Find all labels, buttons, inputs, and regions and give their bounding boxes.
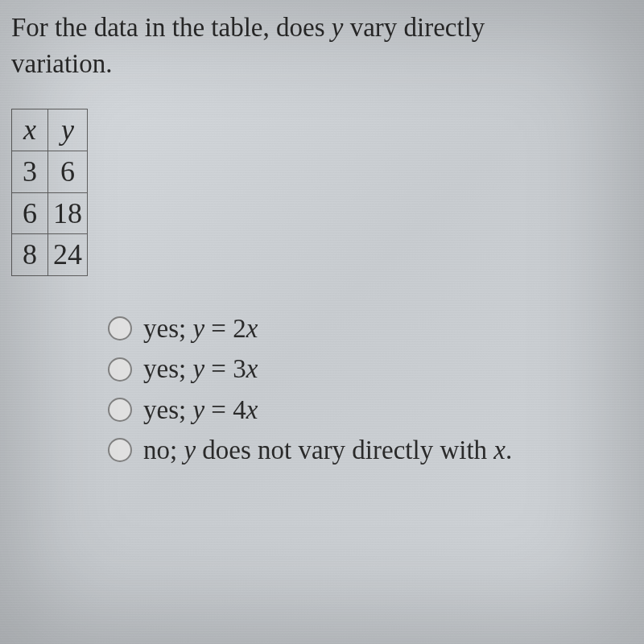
cell-x: 6 [12,192,48,234]
option-d-label: no; y does not vary directly with x. [143,431,512,469]
table-row: 6 18 [12,192,88,234]
option-c[interactable]: yes; y = 4x [108,391,644,428]
header-y: y [48,109,88,151]
radio-icon [108,357,132,382]
option-b-label: yes; y = 3x [143,350,258,387]
cell-y: 6 [48,151,88,192]
radio-icon [108,398,132,422]
table-header-row: x y [12,109,88,151]
cell-x: 8 [12,234,48,276]
question-var-y: y [332,13,344,42]
question-line1-prefix: For the data in the table, does [11,13,332,42]
table-row: 8 24 [12,234,88,276]
data-table: x y 3 6 6 18 8 24 [11,109,88,276]
question-line2: variation. [11,49,113,78]
header-x: x [12,109,48,151]
option-b[interactable]: yes; y = 3x [108,350,644,387]
radio-icon [108,316,132,341]
radio-icon [108,438,132,462]
cell-x: 3 [12,151,48,192]
question-line1-suffix: vary directly [343,13,485,42]
option-d[interactable]: no; y does not vary directly with x. [108,431,644,469]
option-c-label: yes; y = 4x [143,391,258,428]
cell-y: 18 [48,192,88,234]
option-a[interactable]: yes; y = 2x [108,310,644,347]
table-row: 3 6 [12,151,88,192]
option-a-label: yes; y = 2x [143,310,258,347]
options-group: yes; y = 2x yes; y = 3x yes; y = 4x no; … [108,310,644,469]
cell-y: 24 [48,234,88,276]
question-text: For the data in the table, does y vary d… [11,10,644,81]
